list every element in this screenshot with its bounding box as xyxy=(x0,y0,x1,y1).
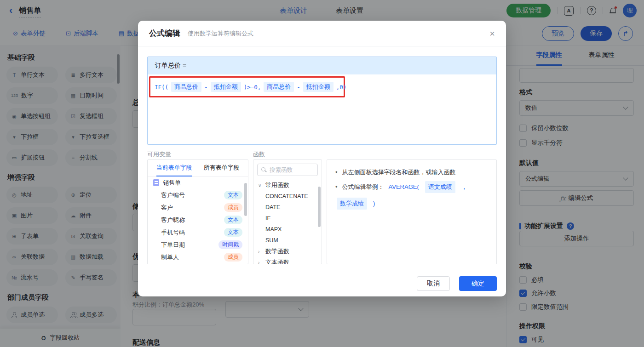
example-token: 语文成绩 xyxy=(425,181,455,193)
search-input[interactable] xyxy=(270,167,311,173)
confirm-button[interactable]: 确定 xyxy=(459,276,497,291)
functions-label: 函数 xyxy=(253,150,265,159)
modal-header: 公式编辑 使用数学运算符编辑公式 × xyxy=(138,21,506,46)
chevron-right-icon: › xyxy=(258,260,263,265)
tab-current-form-fields[interactable]: 当前表单字段 xyxy=(156,160,192,176)
formula-text: IF(( xyxy=(155,84,168,91)
function-search[interactable] xyxy=(257,164,318,176)
example-token: 数学成绩 xyxy=(337,198,367,210)
close-icon[interactable]: × xyxy=(489,29,495,38)
type-badge: 文本 xyxy=(224,216,242,224)
tip-line: • 从左侧面板选择字段名和函数，或输入函数 xyxy=(335,167,488,177)
function-group-text[interactable]: › 文本函数 xyxy=(253,257,322,264)
formula-expression[interactable]: IF(( 商品总价 - 抵扣金额 )>=0, 商品总价 - 抵扣金额 ,0) xyxy=(154,82,340,92)
variables-tabs: 当前表单字段 所有表单字段 xyxy=(148,160,248,176)
function-item[interactable]: SUM xyxy=(253,235,322,246)
function-group-common[interactable]: ∨ 常用函数 xyxy=(253,180,322,191)
formula-editor-modal: 公式编辑 使用数学运算符编辑公式 × 订单总价 = IF(( 商品总价 - 抵扣… xyxy=(138,21,506,296)
bullet: • xyxy=(335,182,338,192)
type-badge: 成员 xyxy=(224,253,242,262)
modal-title: 公式编辑 xyxy=(149,28,180,39)
formula-annotation-box[interactable]: IF(( 商品总价 - 抵扣金额 )>=0, 商品总价 - 抵扣金额 ,0) xyxy=(149,76,345,97)
type-badge: 成员 xyxy=(224,203,242,212)
function-item[interactable]: CONCATENATE xyxy=(253,191,322,202)
variable-row[interactable]: 客户成员 xyxy=(148,201,248,214)
tip-example-line: • 公式编辑举例： AVERAGE( 语文成绩 ， 数学成绩 ) xyxy=(335,181,488,210)
chevron-right-icon: › xyxy=(258,249,263,254)
form-designer-app: ‹ 销售单 表单设计 表单设置 数据管理 A ? 理 ⊘ 表单外链 xyxy=(0,0,644,347)
cancel-button[interactable]: 取消 xyxy=(417,276,450,291)
example-close: ) xyxy=(373,199,375,209)
formula-text: ,0) xyxy=(336,84,347,91)
type-badge: 时间戳 xyxy=(218,240,242,249)
variable-row[interactable]: 制单人成员 xyxy=(148,251,248,263)
function-group-math[interactable]: › 数学函数 xyxy=(253,246,322,257)
field-token[interactable]: 抵扣金额 xyxy=(211,82,241,92)
example-separator: ， xyxy=(461,182,467,192)
functions-scrollbar[interactable] xyxy=(318,187,321,227)
chevron-down-icon: ∨ xyxy=(258,183,263,188)
bullet: • xyxy=(335,167,338,177)
field-token[interactable]: 抵扣金额 xyxy=(303,82,334,92)
type-badge: 文本 xyxy=(224,228,242,237)
modal-subtitle: 使用数学运算符编辑公式 xyxy=(188,29,253,38)
formula-text: )>=0, xyxy=(244,84,261,91)
function-item[interactable]: MAPX xyxy=(253,224,322,235)
tab-all-form-fields[interactable]: 所有表单字段 xyxy=(204,160,240,176)
variables-label: 可用变量 xyxy=(147,150,171,159)
variables-panel: 当前表单字段 所有表单字段 销售单 客户编号文本 客户成员 客户昵称文本 手机号… xyxy=(147,159,248,264)
formula-target: 订单总价 = xyxy=(148,57,496,74)
field-token[interactable]: 商品总价 xyxy=(171,82,201,92)
tips-panel: • 从左侧面板选择字段名和函数，或输入函数 • 公式编辑举例： AVERAGE(… xyxy=(327,159,497,264)
variable-row[interactable]: 手机号码文本 xyxy=(148,226,248,239)
variables-scrollbar[interactable] xyxy=(244,183,247,216)
type-badge: 文本 xyxy=(224,191,242,199)
formula-operator: - xyxy=(297,84,300,91)
field-token[interactable]: 商品总价 xyxy=(264,82,294,92)
function-item[interactable]: IF xyxy=(253,213,322,224)
modal-footer: 取消 确定 xyxy=(138,271,506,296)
document-icon xyxy=(153,179,159,186)
formula-operator: - xyxy=(204,84,208,91)
variable-row[interactable]: 下单日期时间戳 xyxy=(148,239,248,251)
variable-row[interactable]: 客户编号文本 xyxy=(148,189,248,201)
function-item[interactable]: DATE xyxy=(253,202,322,213)
form-tree-root[interactable]: 销售单 xyxy=(148,176,248,189)
example-function: AVERAGE( xyxy=(389,182,419,192)
functions-panel: ∨ 常用函数 CONCATENATE DATE IF MAPX SUM › 数学… xyxy=(253,159,322,264)
search-icon xyxy=(261,167,267,173)
formula-editor-box: 订单总价 = IF(( 商品总价 - 抵扣金额 )>=0, 商品总价 - 抵扣金… xyxy=(147,57,497,145)
variable-row[interactable]: 客户昵称文本 xyxy=(148,214,248,226)
